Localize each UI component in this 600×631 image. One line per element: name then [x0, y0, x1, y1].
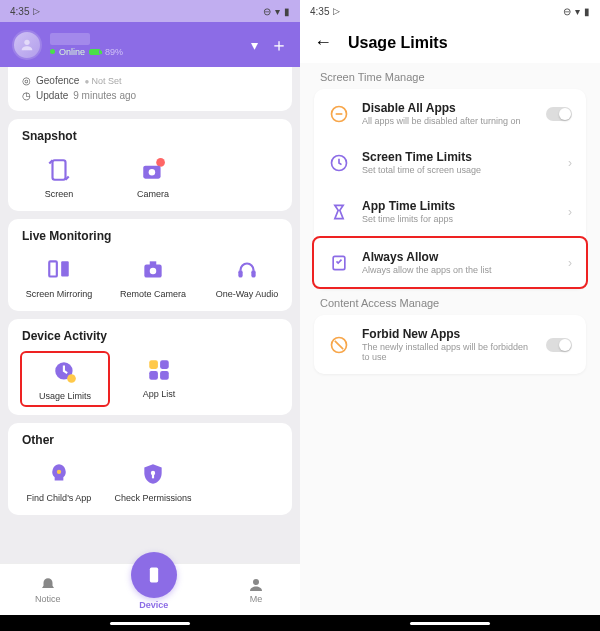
shield-icon [138, 459, 168, 489]
forbid-toggle[interactable] [546, 338, 572, 352]
activity-title: Device Activity [14, 329, 286, 351]
forbid-icon [328, 334, 350, 356]
svg-point-0 [24, 39, 29, 44]
usage-limits-label: Usage Limits [39, 391, 91, 401]
disable-title: Disable All Apps [362, 101, 534, 115]
battery-icon: ▮ [284, 6, 290, 17]
other-card: Other Find Child's App Check Permissions [8, 423, 292, 515]
play-icon: ▷ [333, 6, 340, 16]
svg-point-18 [57, 470, 61, 474]
always-title: Always Allow [362, 250, 556, 264]
page-title: Usage Limits [348, 34, 448, 52]
online-dot-icon [50, 49, 55, 54]
remote-camera-icon [138, 255, 168, 285]
remote-camera-label: Remote Camera [120, 289, 186, 299]
snapshot-screen[interactable]: Screen [14, 151, 104, 203]
usage-limits[interactable]: Usage Limits [20, 351, 110, 407]
check-permissions[interactable]: Check Permissions [108, 455, 198, 507]
nav-notice[interactable]: Notice [35, 576, 61, 604]
child-name [50, 33, 90, 45]
find-label: Find Child's App [27, 493, 92, 503]
svg-point-22 [253, 579, 259, 585]
back-button[interactable]: ← [314, 32, 332, 53]
svg-point-13 [67, 374, 76, 383]
mirroring-label: Screen Mirroring [26, 289, 93, 299]
svg-rect-5 [49, 261, 57, 276]
nav-me-label: Me [250, 594, 263, 604]
hourglass-icon [328, 201, 350, 223]
row-forbid-new-apps[interactable]: Forbid New Apps The newly installed apps… [314, 315, 586, 374]
permissions-label: Check Permissions [114, 493, 191, 503]
applimits-title: App Time Limits [362, 199, 556, 213]
screen-label: Screen [45, 189, 74, 199]
screen-icon [44, 155, 74, 185]
gesture-bar [0, 615, 300, 631]
wifi-icon: ▾ [575, 6, 580, 17]
add-button[interactable]: ＋ [270, 33, 288, 57]
remote-camera[interactable]: Remote Camera [108, 251, 198, 303]
svg-rect-17 [160, 371, 169, 380]
geofence-value: Not Set [84, 76, 121, 86]
clock-icon: ◷ [22, 90, 31, 101]
battery-percent: 89% [105, 47, 123, 57]
row-always-allow[interactable]: Always Allow Always allow the apps on th… [312, 236, 588, 289]
svg-rect-10 [238, 270, 242, 278]
dropdown-icon[interactable]: ▾ [251, 37, 258, 53]
play-icon: ▷ [33, 6, 40, 16]
profile-header: Online 89% ▾ ＋ [0, 22, 300, 67]
row-disable-all-apps[interactable]: Disable All Apps All apps will be disabl… [314, 89, 586, 138]
status-bar: 4:35 ▷ ⊖ ▾ ▮ [0, 0, 300, 22]
svg-rect-16 [149, 371, 158, 380]
content-access-card: Forbid New Apps The newly installed apps… [314, 315, 586, 374]
app-list[interactable]: App List [114, 351, 204, 407]
svg-rect-11 [251, 270, 255, 278]
avatar[interactable] [12, 30, 42, 60]
row-app-time-limits[interactable]: App Time Limits Set time limits for apps… [314, 187, 586, 236]
always-sub: Always allow the apps on the list [362, 265, 556, 275]
svg-rect-6 [61, 261, 69, 276]
snapshot-title: Snapshot [14, 129, 286, 151]
snapshot-camera[interactable]: Camera [108, 151, 198, 203]
svg-rect-14 [149, 360, 158, 369]
status-bar: 4:35 ▷ ⊖ ▾ ▮ [300, 0, 600, 22]
clock-icon [328, 152, 350, 174]
nav-me[interactable]: Me [247, 576, 265, 604]
stlimits-title: Screen Time Limits [362, 150, 556, 164]
find-childs-app[interactable]: Find Child's App [14, 455, 104, 507]
camera-icon [138, 155, 168, 185]
screen-mirroring[interactable]: Screen Mirroring [14, 251, 104, 303]
applimits-sub: Set time limits for apps [362, 214, 556, 224]
battery-level-icon [89, 49, 101, 55]
chevron-right-icon: › [568, 205, 572, 219]
disable-sub: All apps will be disabled after turning … [362, 116, 534, 126]
one-way-audio[interactable]: One-Way Audio [202, 251, 292, 303]
stlimits-sub: Set total time of screen usage [362, 165, 556, 175]
svg-rect-20 [152, 474, 154, 478]
activity-card: Device Activity Usage Limits App List [8, 319, 292, 415]
bulb-icon [44, 459, 74, 489]
section-label-content: Content Access Manage [300, 289, 600, 315]
forbid-title: Forbid New Apps [362, 327, 534, 341]
status-time: 4:35 [10, 6, 29, 17]
live-title: Live Monitoring [14, 229, 286, 251]
mirroring-icon [44, 255, 74, 285]
other-title: Other [14, 433, 286, 455]
live-card: Live Monitoring Screen Mirroring Remote … [8, 219, 292, 311]
usage-limits-icon [50, 357, 80, 387]
disable-toggle[interactable] [546, 107, 572, 121]
audio-label: One-Way Audio [216, 289, 279, 299]
nav-device-label: Device [139, 600, 168, 610]
disable-icon [328, 103, 350, 125]
app-list-icon [144, 355, 174, 385]
page-header: ← Usage Limits [300, 22, 600, 63]
svg-rect-21 [150, 567, 158, 582]
svg-point-2 [156, 158, 165, 167]
online-label: Online [59, 47, 85, 57]
svg-point-8 [150, 268, 157, 275]
section-label-screen-time: Screen Time Manage [300, 63, 600, 89]
svg-rect-1 [53, 160, 66, 180]
audio-icon [232, 255, 262, 285]
row-screen-time-limits[interactable]: Screen Time Limits Set total time of scr… [314, 138, 586, 187]
svg-point-4 [149, 169, 156, 176]
nav-device[interactable] [131, 552, 177, 598]
